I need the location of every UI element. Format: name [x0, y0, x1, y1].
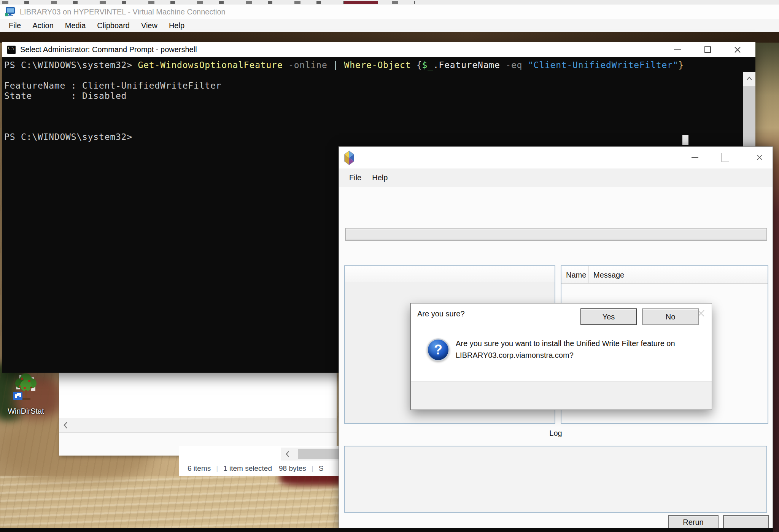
status-truncated: S [319, 464, 324, 473]
question-mark-icon: ? [427, 338, 450, 361]
status-separator: | [216, 464, 218, 473]
close-icon [756, 154, 763, 161]
explorer-hscrollbar[interactable] [59, 418, 337, 432]
console-cursor [682, 135, 688, 145]
confirm-message-line1: Are you sure you want to install the Uni… [456, 338, 675, 349]
log-label: Log [339, 429, 773, 438]
vm-menu-help[interactable]: Help [163, 19, 190, 32]
background-window-sliver [0, 0, 779, 5]
hscrollbar-thumb[interactable] [298, 449, 343, 459]
confirm-message: Are you sure you want to install the Uni… [456, 338, 675, 361]
app-close-button[interactable] [750, 149, 769, 166]
console-output-featurename: FeatureName : Client-UnifiedWriteFilter [4, 81, 755, 91]
explorer-window-fragment-upper [59, 373, 337, 456]
explorer-window-fragment-lower: 6 items | 1 item selected 98 bytes | S [179, 446, 345, 476]
confirm-message-line2: LIBRARY03.corp.viamonstra.com? [456, 349, 675, 361]
sliver-red-artifact [344, 1, 378, 4]
cmd-minimize-button[interactable] [668, 42, 687, 57]
minimize-icon [674, 49, 681, 50]
maximize-icon [722, 153, 729, 162]
status-selected: 1 item selected [223, 464, 272, 473]
virtual-machine-screen: LIBRARY03 on HYPERVINTEL - Virtual Machi… [0, 0, 779, 532]
console-command: PS C:\WINDOWS\system32> Get-WindowsOptio… [4, 60, 755, 70]
confirm-dialog-title: Are you sure? [417, 310, 465, 318]
scroll-left-icon[interactable] [285, 451, 290, 457]
status-size: 98 bytes [279, 464, 306, 473]
vm-menubar: File Action Media Clipboard View Help [0, 19, 779, 32]
status-items-count: 6 items [188, 464, 211, 473]
minimize-icon [692, 157, 698, 158]
windirstat-label: WinDirStat [4, 407, 48, 416]
console-output-state: State : Disabled [4, 91, 755, 101]
close-icon [734, 46, 741, 53]
results-table-header: Name Message [561, 266, 768, 284]
vm-menu-clipboard[interactable]: Clipboard [91, 19, 135, 32]
cmd-window-title: Select Administrator: Command Prompt - p… [20, 45, 197, 54]
app-menu-file[interactable]: File [344, 168, 367, 187]
desktop-dark-band [0, 32, 779, 43]
vm-window-title: LIBRARY03 on HYPERVINTEL - Virtual Machi… [20, 8, 226, 16]
app-maximize-button[interactable] [716, 149, 734, 166]
vm-menu-file[interactable]: File [3, 19, 27, 32]
explorer-hscrollbar-2[interactable] [281, 448, 345, 461]
app-icon [343, 150, 355, 165]
bottom-black-strip [0, 528, 773, 532]
no-button[interactable]: No [642, 308, 699, 325]
vm-menu-media[interactable]: Media [59, 19, 91, 32]
cmd-close-button[interactable] [728, 42, 747, 57]
console-prompt: PS C:\WINDOWS\system32> [4, 132, 755, 142]
cmd-titlebar[interactable]: C:\ Select Administrator: Command Prompt… [2, 42, 755, 57]
maximize-icon [704, 46, 711, 53]
windirstat-tree-icon [10, 370, 42, 405]
windirstat-shortcut[interactable]: WinDirStat [4, 370, 48, 416]
book-pages-blur [0, 476, 348, 528]
confirm-footer [411, 381, 712, 410]
confirm-dialog: Are you sure? ? Are you sure you want to… [410, 303, 712, 410]
app-menubar: File Help [339, 168, 773, 187]
log-textbox[interactable] [344, 446, 767, 513]
scroll-up-icon[interactable] [743, 72, 755, 85]
status-separator: | [312, 464, 313, 473]
vm-menu-action[interactable]: Action [27, 19, 59, 32]
cmd-maximize-button[interactable] [698, 42, 717, 57]
features-list-header [345, 266, 555, 282]
app-menu-help[interactable]: Help [367, 168, 393, 187]
app-minimize-button[interactable] [686, 149, 704, 166]
app-titlebar[interactable] [339, 147, 773, 168]
cmd-icon: C:\ [7, 46, 16, 54]
column-header-message[interactable]: Message [589, 266, 624, 283]
rerun-button[interactable]: Rerun [668, 515, 719, 529]
explorer-statusbar: 6 items | 1 item selected 98 bytes | S [179, 461, 345, 476]
secondary-button[interactable] [723, 515, 769, 529]
vm-window-titlebar[interactable]: LIBRARY03 on HYPERVINTEL - Virtual Machi… [0, 5, 779, 19]
column-header-name[interactable]: Name [561, 266, 589, 283]
yes-button[interactable]: Yes [580, 308, 637, 325]
hyperv-icon [5, 6, 16, 17]
progress-bar [345, 228, 767, 241]
scroll-left-icon[interactable] [63, 421, 68, 429]
vm-menu-view[interactable]: View [135, 19, 163, 32]
